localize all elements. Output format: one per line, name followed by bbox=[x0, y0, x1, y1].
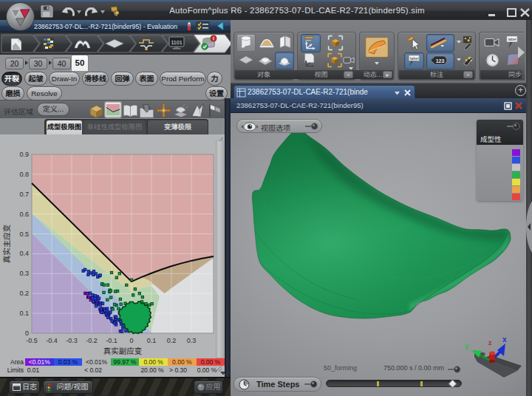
time-slider[interactable] bbox=[326, 380, 462, 387]
panel-expander-handle[interactable] bbox=[526, 201, 532, 253]
value-dropdown-icon[interactable] bbox=[456, 58, 462, 61]
stage-button-20[interactable]: 20 bbox=[5, 58, 24, 69]
traffic-light-icon bbox=[47, 383, 51, 392]
result-button-force[interactable]: 力 bbox=[207, 72, 222, 86]
clip-plane-icon[interactable] bbox=[302, 52, 318, 67]
binder-icon[interactable] bbox=[259, 35, 275, 50]
scatter-point bbox=[87, 273, 89, 276]
close-window-icon[interactable] bbox=[514, 101, 523, 110]
result-button-cracks[interactable]: 开裂 bbox=[1, 72, 22, 86]
fld-chart-region: 00.10.20.30.40.50.60.70.80.9-0.5-0.4-0.3… bbox=[0, 134, 231, 377]
collapse-panel-icon[interactable] bbox=[215, 21, 225, 31]
clock-icon[interactable] bbox=[485, 52, 500, 68]
export-view-icon[interactable] bbox=[138, 103, 155, 120]
result-button-drawin[interactable]: Draw-In bbox=[49, 72, 80, 86]
group-label-sync: 同步 bbox=[480, 70, 522, 79]
flatten-icon[interactable] bbox=[172, 103, 189, 120]
section-dropdown-icon[interactable] bbox=[456, 40, 462, 44]
svg-text:0.2: 0.2 bbox=[19, 290, 29, 297]
tab-thinning-limit[interactable]: 变薄极限 bbox=[147, 120, 208, 134]
dynamic-section-icon[interactable] bbox=[364, 35, 389, 60]
maximize-button[interactable] bbox=[506, 8, 518, 17]
restore-window-icon[interactable] bbox=[504, 102, 512, 110]
fld-chart[interactable]: 00.10.20.30.40.50.60.70.80.9-0.5-0.4-0.3… bbox=[0, 134, 231, 356]
camera-icon[interactable] bbox=[343, 55, 355, 66]
tab-nonlinear-fld[interactable]: 非线性成型极限图 bbox=[83, 120, 146, 134]
view-options-toggle[interactable] bbox=[304, 123, 320, 130]
view-tab-dropdown-icon[interactable] bbox=[394, 91, 400, 95]
dynamics-expand-button[interactable]: ▸ bbox=[383, 71, 392, 78]
time-steps-toggle[interactable] bbox=[303, 380, 319, 388]
flag-icon[interactable] bbox=[206, 102, 223, 119]
video-camera-icon[interactable] bbox=[484, 36, 500, 48]
stage-button-50[interactable]: 50 bbox=[71, 55, 89, 71]
issues-views-button[interactable]: 问题/视图 bbox=[43, 380, 93, 394]
scatter-point bbox=[103, 291, 105, 293]
result-button-wear[interactable]: 磨损 bbox=[1, 86, 24, 100]
annotate-stars-icon[interactable] bbox=[462, 35, 473, 51]
time-steps-clock-icon bbox=[239, 379, 250, 390]
stage-button-30[interactable]: 30 bbox=[29, 58, 47, 69]
time-toggle[interactable] bbox=[446, 366, 463, 373]
flat-sheet-icon[interactable] bbox=[237, 52, 255, 67]
dynamics-dropdown-icon[interactable] bbox=[374, 61, 380, 65]
autoform-logo[interactable] bbox=[6, 2, 35, 31]
formability-legend-header[interactable]: 成型性 bbox=[477, 120, 523, 145]
apply-button[interactable]: 应用 bbox=[194, 380, 223, 394]
svg-text:label: label bbox=[508, 37, 516, 41]
redo-icon[interactable] bbox=[83, 5, 100, 18]
bounding-box-icon[interactable] bbox=[327, 52, 343, 68]
redo-dropdown-icon[interactable] bbox=[100, 10, 106, 14]
panel-splitter[interactable] bbox=[225, 98, 231, 377]
undo-icon[interactable] bbox=[60, 5, 76, 18]
svg-text:0.4: 0.4 bbox=[19, 250, 29, 257]
result-button-wrinkles[interactable]: 起皱 bbox=[24, 72, 47, 86]
svg-text:0.6: 0.6 bbox=[19, 211, 29, 218]
view-options-button[interactable]: 视图选项 bbox=[236, 119, 322, 133]
result-button-resolve[interactable]: Resolve bbox=[27, 86, 62, 100]
breadcrumb-step-input[interactable] bbox=[1, 35, 39, 52]
checklist-icon[interactable] bbox=[196, 21, 210, 31]
select-cursor-icon[interactable] bbox=[405, 35, 421, 51]
thermometer-icon[interactable] bbox=[185, 21, 193, 31]
define-button[interactable]: 定义... bbox=[37, 103, 69, 116]
pages-icon[interactable] bbox=[278, 35, 293, 50]
views-expand-button[interactable]: + bbox=[344, 71, 353, 78]
result-button-springback[interactable]: 回弹 bbox=[111, 72, 134, 86]
add-view-button[interactable]: + bbox=[515, 85, 526, 96]
tab-forming-limit-diagram[interactable]: 成型极限图 bbox=[47, 120, 82, 134]
scatter-point bbox=[113, 322, 115, 324]
view-tab[interactable]: 23862753-07-DL-CAE-R2-721(binde bbox=[233, 85, 415, 99]
close-button[interactable] bbox=[519, 8, 531, 17]
lamp-icon[interactable] bbox=[108, 5, 121, 18]
scatter-point bbox=[110, 271, 112, 273]
low-dome-icon[interactable] bbox=[256, 52, 274, 67]
annotations-expand-button[interactable]: + bbox=[463, 71, 473, 78]
dart-icon[interactable] bbox=[189, 102, 206, 119]
overflow-play-icon[interactable] bbox=[516, 45, 526, 60]
zoom-fit-icon[interactable] bbox=[327, 35, 344, 51]
legend-toggle[interactable] bbox=[505, 123, 522, 130]
open-book-icon[interactable] bbox=[122, 103, 139, 120]
log-button[interactable]: 日志 bbox=[9, 380, 40, 394]
undo-dropdown-icon[interactable] bbox=[76, 10, 82, 14]
left-statusbar: 日志 问题/视图 应用 bbox=[0, 377, 231, 396]
area-cell: 99.97 % bbox=[111, 358, 140, 366]
time-steps-button[interactable]: Time Steps bbox=[233, 377, 321, 392]
scatter-point bbox=[151, 303, 153, 305]
result-button-surface[interactable]: 表面 bbox=[135, 72, 158, 86]
stage-button-40[interactable]: 40 bbox=[52, 58, 71, 69]
result-button-prodperform[interactable]: Prod Perform bbox=[160, 72, 206, 86]
save-icon[interactable] bbox=[39, 5, 54, 18]
display-solid-icon[interactable] bbox=[88, 103, 105, 120]
slider-handle[interactable] bbox=[448, 379, 457, 389]
fit-arrows-icon[interactable] bbox=[155, 102, 172, 119]
chart-scrollbar[interactable] bbox=[216, 140, 224, 358]
minimize-button[interactable] bbox=[487, 8, 499, 17]
result-button-sliplines[interactable]: 滑移线 bbox=[82, 72, 109, 86]
view-tab-close-icon[interactable] bbox=[403, 89, 412, 97]
legend-swatch bbox=[512, 194, 520, 200]
viewport-3d[interactable]: y x z 视图选项 bbox=[231, 113, 526, 396]
svg-text:0.1: 0.1 bbox=[19, 310, 29, 317]
wand-icon[interactable] bbox=[462, 52, 474, 69]
